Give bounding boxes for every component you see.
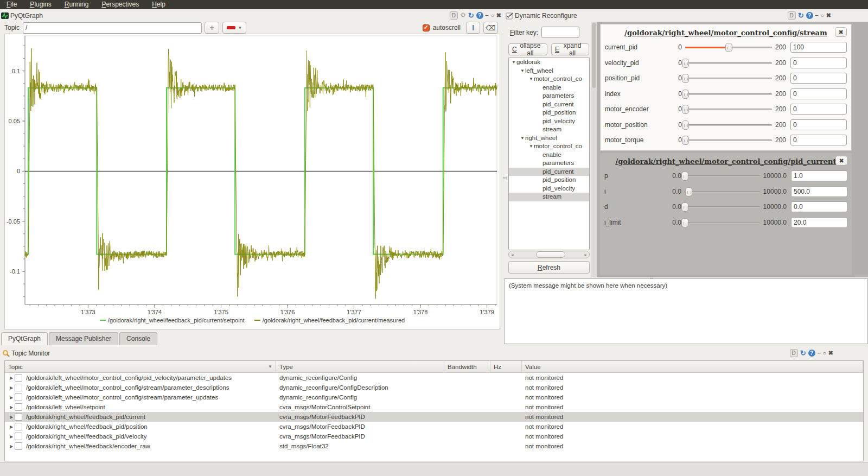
tree-item-pid_current[interactable]: pid_current	[509, 168, 589, 176]
column-header-bandwidth[interactable]: Bandwidth	[444, 361, 490, 372]
tab-message-publisher[interactable]: Message Publisher	[49, 332, 118, 345]
tab-pyqtgraph[interactable]: PyQtGraph	[1, 332, 48, 345]
param-value-input[interactable]	[790, 119, 847, 130]
column-header-value[interactable]: Value	[522, 361, 863, 372]
scroll-left-icon[interactable]: ◂	[509, 252, 516, 257]
tree-item-enable[interactable]: enable	[509, 84, 589, 92]
param-slider[interactable]	[685, 135, 772, 145]
slider-handle[interactable]	[681, 172, 688, 181]
slider-handle[interactable]	[682, 90, 689, 99]
expand-row-icon[interactable]: ▶	[8, 434, 15, 439]
param-slider[interactable]	[685, 104, 772, 114]
chevron-down-icon[interactable]: ▼	[520, 67, 525, 75]
tree-horizontal-scrollbar[interactable]: ◂ ▸	[508, 251, 590, 258]
panel-close-button[interactable]: ✖	[835, 156, 847, 166]
minimize-icon[interactable]: –	[486, 12, 489, 19]
param-slider[interactable]	[685, 202, 760, 212]
topic-row[interactable]: ▶/goldorak/right_wheel/feedback_pid/curr…	[5, 412, 863, 422]
expand-row-icon[interactable]: ▶	[8, 395, 15, 400]
help-icon[interactable]: ?	[808, 350, 815, 357]
param-slider[interactable]	[685, 73, 772, 83]
topic-row[interactable]: ▶/goldorak/left_wheel/motor_control_conf…	[5, 392, 863, 402]
topic-row[interactable]: ▶/goldorak/left_wheel/motor_control_conf…	[5, 373, 863, 383]
menu-plugins[interactable]: Plugins	[23, 0, 58, 9]
collapse-all-button[interactable]: Collapse all	[508, 43, 547, 55]
menu-help[interactable]: Help	[145, 0, 172, 9]
slider-handle[interactable]	[682, 136, 689, 145]
param-value-input[interactable]	[790, 73, 847, 84]
minimize-icon[interactable]: –	[818, 350, 821, 357]
reload-icon[interactable]: ↻	[800, 350, 806, 357]
tree-item-pid_position[interactable]: pid_position	[509, 109, 589, 117]
expand-all-button[interactable]: Expand all	[551, 43, 589, 55]
menu-running[interactable]: Running	[58, 0, 95, 9]
param-slider[interactable]	[685, 187, 760, 196]
menu-file[interactable]: File	[0, 0, 23, 9]
monitor-checkbox[interactable]	[15, 394, 22, 401]
chevron-down-icon[interactable]: ▼	[511, 58, 516, 67]
tree-item-parameters[interactable]: parameters	[509, 159, 589, 168]
scroll-right-icon[interactable]: ▸	[582, 252, 589, 257]
minimize-icon[interactable]: –	[815, 12, 819, 19]
tree-item-motor_control_co[interactable]: ▼motor_control_co	[509, 75, 589, 84]
param-value-input[interactable]	[791, 186, 847, 197]
param-slider[interactable]	[685, 120, 772, 130]
topic-row[interactable]: ▶/goldorak/right_wheel/feedback/encoder_…	[5, 441, 863, 451]
help-icon[interactable]: ?	[806, 12, 813, 19]
monitor-checkbox[interactable]	[15, 403, 22, 411]
slider-handle[interactable]	[681, 202, 688, 212]
vertical-splitter-handle[interactable]: ⠿	[502, 176, 507, 181]
param-slider[interactable]	[685, 171, 760, 181]
chevron-down-icon[interactable]: ▼	[520, 134, 525, 143]
topic-row[interactable]: ▶/goldorak/right_wheel/feedback_pid/posi…	[5, 422, 863, 431]
slider-handle[interactable]	[682, 74, 689, 83]
clear-button[interactable]: ⌫	[483, 22, 498, 34]
monitor-checkbox[interactable]	[15, 374, 22, 382]
close-icon[interactable]: ✖	[826, 12, 831, 19]
param-value-input[interactable]	[791, 201, 847, 212]
panel-close-button[interactable]: ✖	[835, 27, 847, 37]
topic-row[interactable]: ▶/goldorak/right_wheel/feedback_pid/velo…	[5, 431, 863, 441]
slider-handle[interactable]	[681, 218, 688, 227]
param-value-input[interactable]	[790, 42, 847, 53]
chevron-down-icon[interactable]: ▼	[528, 75, 534, 84]
slider-handle[interactable]	[682, 105, 689, 114]
tree-item-stream[interactable]: stream	[509, 193, 589, 201]
slider-handle[interactable]	[682, 120, 689, 130]
tree-item-goldorak[interactable]: ▼goldorak	[509, 58, 589, 67]
tree-item-enable[interactable]: enable	[509, 151, 589, 160]
expand-row-icon[interactable]: ▶	[8, 385, 15, 390]
topic-row[interactable]: ▶/goldorak/left_wheel/motor_control_conf…	[5, 383, 863, 392]
plot-canvas[interactable]: 1'3731'3741'3751'3761'3771'3781'3790.10.…	[5, 34, 500, 316]
refresh-button[interactable]: Refresh	[508, 261, 590, 274]
detach-icon[interactable]: D	[450, 11, 458, 20]
tree-item-right_wheel[interactable]: ▼right_wheel	[509, 134, 589, 143]
filter-key-input[interactable]	[541, 27, 579, 38]
monitor-checkbox[interactable]	[15, 442, 22, 450]
expand-row-icon[interactable]: ▶	[8, 376, 15, 380]
reload-icon[interactable]: ↻	[468, 12, 474, 19]
menu-perspectives[interactable]: Perspectives	[95, 0, 145, 9]
monitor-checkbox[interactable]	[15, 384, 22, 391]
detach-icon[interactable]: D	[788, 11, 796, 20]
param-value-input[interactable]	[790, 104, 847, 115]
column-header-topic[interactable]: Topic▼	[5, 361, 276, 372]
reload-icon[interactable]: ↻	[798, 12, 804, 19]
tree-item-pid_velocity[interactable]: pid_velocity	[509, 185, 589, 193]
slider-handle[interactable]	[725, 43, 732, 52]
topic-row[interactable]: ▶/goldorak/left_wheel/setpointcvra_msgs/…	[5, 402, 863, 412]
slider-handle[interactable]	[685, 187, 692, 196]
tree-item-pid_position[interactable]: pid_position	[509, 176, 589, 185]
help-icon[interactable]: ?	[476, 12, 483, 19]
remove-topic-dropdown-button[interactable]: ▼	[222, 22, 246, 34]
expand-row-icon[interactable]: ▶	[8, 424, 15, 429]
maximize-icon[interactable]: ○	[821, 12, 824, 19]
expand-row-icon[interactable]: ▶	[8, 444, 15, 449]
maximize-icon[interactable]: ○	[491, 12, 494, 19]
panel-vertical-scrollbar[interactable]	[591, 22, 597, 277]
autoscroll-checkbox[interactable]	[423, 24, 430, 31]
column-header-type[interactable]: Type	[276, 361, 444, 372]
maximize-icon[interactable]: ○	[823, 350, 826, 357]
tree-item-left_wheel[interactable]: ▼left_wheel	[509, 67, 589, 75]
add-topic-button[interactable]: +	[205, 22, 219, 34]
